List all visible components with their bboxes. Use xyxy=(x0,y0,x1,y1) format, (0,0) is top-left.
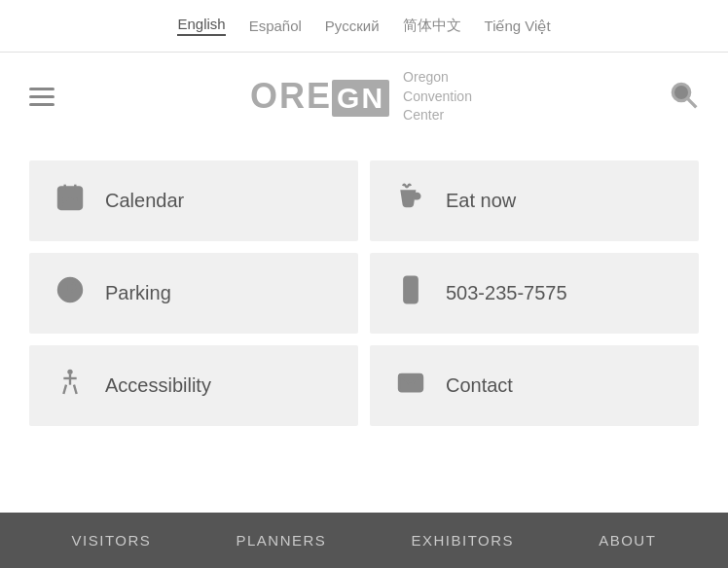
calendar-button[interactable]: Calendar xyxy=(29,160,358,241)
svg-point-16 xyxy=(410,300,412,302)
svg-rect-7 xyxy=(68,197,72,201)
contact-label: Contact xyxy=(446,374,513,397)
eat-now-label: Eat now xyxy=(446,190,516,212)
hamburger-menu[interactable] xyxy=(29,88,55,106)
svg-line-1 xyxy=(688,99,697,108)
parking-button[interactable]: Parking xyxy=(29,253,358,334)
calendar-label: Calendar xyxy=(105,190,184,212)
search-button[interactable] xyxy=(668,79,699,114)
calendar-icon xyxy=(53,182,88,220)
footer-visitors[interactable]: VISITORS xyxy=(72,532,152,549)
footer-planners[interactable]: PLANNERS xyxy=(236,532,326,549)
logo-subtitle: Oregon Convention Center xyxy=(403,68,472,125)
accessibility-icon xyxy=(53,367,88,405)
header: OREGN Oregon Convention Center xyxy=(0,53,728,141)
lang-english[interactable]: English xyxy=(177,16,225,36)
logo-wordmark: OREGN xyxy=(250,76,389,117)
svg-rect-6 xyxy=(63,197,67,201)
coffee-icon xyxy=(393,182,428,220)
parking-icon xyxy=(53,274,88,312)
quick-links-grid: Calendar Eat now Parking xyxy=(0,141,728,445)
svg-point-11 xyxy=(58,278,82,302)
envelope-icon xyxy=(393,367,428,405)
footer-exhibitors[interactable]: EXHIBITORS xyxy=(411,532,514,549)
accessibility-label: Accessibility xyxy=(105,374,211,397)
phone-icon xyxy=(393,274,428,312)
accessibility-button[interactable]: Accessibility xyxy=(29,345,358,426)
language-bar: English Español Русский 简体中文 Tiếng Việt xyxy=(0,0,728,53)
lang-russian[interactable]: Русский xyxy=(325,18,380,34)
footer-nav: VISITORS PLANNERS EXHIBITORS ABOUT xyxy=(0,513,728,568)
footer-about[interactable]: ABOUT xyxy=(599,532,656,549)
phone-button[interactable]: 503-235-7575 xyxy=(370,253,699,334)
svg-rect-8 xyxy=(73,197,77,201)
phone-label: 503-235-7575 xyxy=(446,282,567,304)
svg-rect-13 xyxy=(404,276,417,302)
svg-point-0 xyxy=(673,85,689,101)
contact-button[interactable]: Contact xyxy=(370,345,699,426)
svg-rect-9 xyxy=(63,202,67,205)
lang-vietnamese[interactable]: Tiếng Việt xyxy=(485,18,551,35)
logo[interactable]: OREGN Oregon Convention Center xyxy=(250,68,472,125)
svg-rect-10 xyxy=(68,202,72,205)
lang-chinese[interactable]: 简体中文 xyxy=(403,17,461,35)
svg-point-17 xyxy=(67,369,72,373)
eat-now-button[interactable]: Eat now xyxy=(370,160,699,241)
parking-label: Parking xyxy=(105,282,171,304)
lang-spanish[interactable]: Español xyxy=(249,18,302,34)
